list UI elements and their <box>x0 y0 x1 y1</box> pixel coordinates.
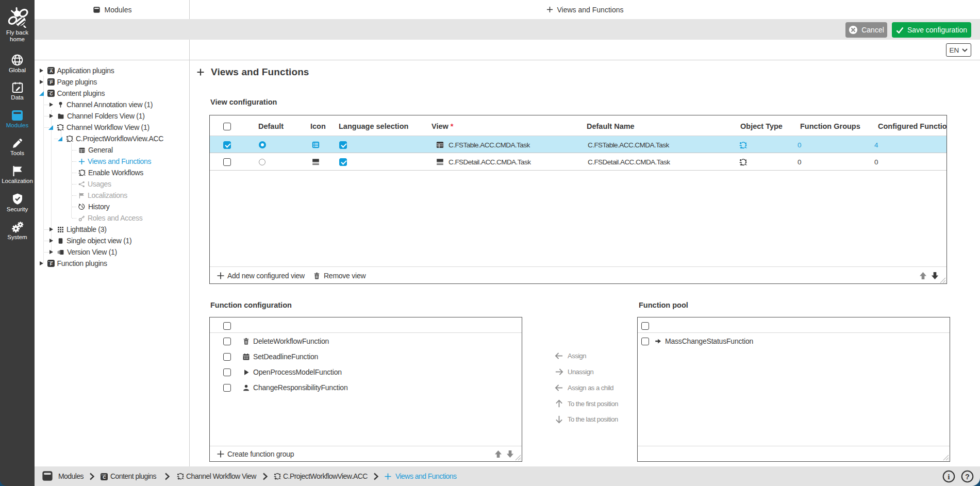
svg-text:i: i <box>948 472 950 481</box>
svg-text:?: ? <box>965 473 970 481</box>
